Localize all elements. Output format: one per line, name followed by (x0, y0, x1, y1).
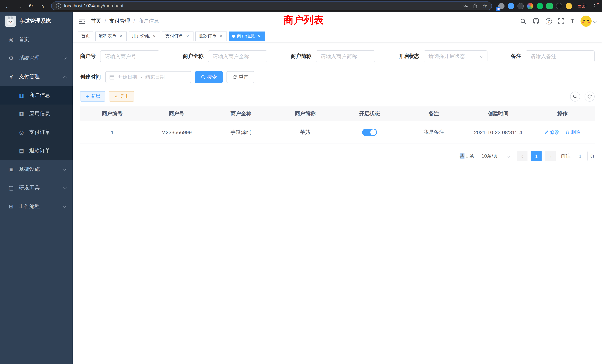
github-icon[interactable] (533, 18, 539, 24)
sidebar-toggle-icon[interactable] (79, 18, 85, 24)
edit-link-label: 修改 (550, 129, 559, 136)
browser-update-button[interactable]: 更新 (578, 3, 587, 9)
breadcrumb-home[interactable]: 首页 (91, 18, 101, 24)
close-icon[interactable]: × (152, 33, 157, 39)
site-info-icon[interactable]: i (56, 3, 61, 9)
toggle-search-button[interactable] (570, 91, 580, 101)
sidebar-item-system[interactable]: ⚙ 系统管理 (0, 49, 73, 67)
tab-home[interactable]: 首页 (78, 31, 93, 41)
browser-toolbar: ← → ↻ ⌂ i localhost:1024/pay/merchant ☆ … (0, 0, 602, 12)
user-avatar[interactable] (580, 16, 596, 27)
search-button[interactable]: 搜索 (195, 71, 223, 83)
tab-label: 商户信息 (237, 33, 255, 39)
tab-refund-order[interactable]: 退款订单× (195, 31, 227, 41)
edit-link[interactable]: 修改 (544, 129, 559, 136)
extension-colorful-icon[interactable] (527, 3, 533, 9)
extension-drop-icon[interactable] (508, 3, 514, 9)
refresh-table-button[interactable] (585, 91, 595, 101)
remark-label: 备注 (511, 53, 521, 60)
top-navbar: 首页 / 支付管理 / 商户信息 ? T (73, 12, 602, 30)
tab-process-form[interactable]: 流程表单× (95, 31, 127, 41)
delete-link[interactable]: 删除 (565, 129, 580, 136)
bookmark-star-icon[interactable]: ☆ (483, 3, 487, 9)
search-icon[interactable] (520, 18, 526, 24)
sidebar-item-label: 支付管理 (19, 73, 40, 80)
extension-green-sheet-icon[interactable] (546, 3, 553, 9)
sidebar-item-label: 应用信息 (29, 110, 50, 117)
sidebar-item-refund[interactable]: ▤ 退款订单 (0, 142, 73, 160)
fullscreen-icon[interactable] (558, 18, 564, 24)
tags-view: 首页 流程表单× 用户分组× 支付订单× 退款订单× 商户信息× (73, 30, 602, 42)
sidebar-item-label: 退款订单 (29, 148, 50, 154)
table-row: 1 M233666999 芋道源码 芋艿 我是备注 2021-10-23 08:… (80, 121, 595, 143)
breadcrumb-pay[interactable]: 支付管理 (109, 18, 130, 24)
help-icon[interactable]: ? (546, 18, 552, 24)
navbar-actions: ? T (520, 16, 596, 27)
sidebar-item-tool[interactable]: ▢ 研发工具 (0, 179, 73, 197)
reset-button[interactable]: 重置 (226, 71, 254, 83)
font-size-icon[interactable]: T (570, 18, 574, 24)
home-icon[interactable]: ⌂ (38, 2, 46, 10)
browser-menu-icon[interactable]: ⋮ (591, 3, 598, 9)
sidebar-item-workflow[interactable]: ⊞ 工作流程 (0, 197, 73, 216)
dashboard-icon: ◉ (7, 36, 15, 43)
forward-icon[interactable]: → (15, 2, 23, 10)
tab-label: 用户分组 (132, 33, 150, 39)
breadcrumb: 首页 / 支付管理 / 商户信息 (91, 18, 159, 24)
status-toggle[interactable] (362, 128, 377, 136)
close-icon[interactable]: × (118, 33, 123, 39)
close-icon[interactable]: × (185, 33, 190, 39)
close-icon[interactable]: × (257, 33, 262, 39)
page-1-button[interactable]: 1 (531, 151, 542, 161)
tab-label: 退款订单 (199, 33, 216, 39)
date-end-placeholder: 结束日期 (146, 74, 165, 80)
date-range-picker[interactable]: 开始日期 - 结束日期 (105, 71, 191, 83)
sidebar-item-order[interactable]: ◎ 支付订单 (0, 123, 73, 142)
sidebar-item-infra[interactable]: ▣ 基础设施 (0, 160, 73, 179)
sidebar-item-home[interactable]: ◉ 首页 (0, 30, 73, 49)
password-key-icon[interactable] (463, 3, 468, 9)
sidebar-item-merchant[interactable]: ▥ 商户信息 (0, 86, 73, 105)
sidebar-item-label: 系统管理 (19, 55, 40, 62)
short-name-input[interactable] (316, 50, 375, 62)
add-button[interactable]: 新增 (80, 91, 105, 102)
prev-page-button[interactable]: ‹ (517, 151, 527, 161)
app-logo[interactable]: 芋道管理系统 (0, 12, 73, 30)
col-created-at: 创建时间 (466, 106, 530, 121)
extension-gray-icon[interactable]: 10 (498, 3, 505, 9)
extension-badge: 10 (496, 7, 500, 11)
tab-merchant-info[interactable]: 商户信息× (229, 31, 265, 41)
goto-page-input[interactable] (573, 151, 588, 161)
tab-pay-order[interactable]: 支付订单× (162, 31, 194, 41)
col-actions: 操作 (530, 106, 595, 121)
tab-user-group[interactable]: 用户分组× (129, 31, 160, 41)
sidebar-item-app[interactable]: ▦ 应用信息 (0, 105, 73, 123)
export-button[interactable]: 导出 (109, 91, 134, 102)
extension-wechat-icon[interactable] (537, 3, 543, 9)
sidebar-item-pay[interactable]: ¥ 支付管理 (0, 67, 73, 86)
extension-knot-icon[interactable] (556, 3, 562, 9)
cell-merchant-id: 1 (80, 121, 144, 143)
page-size-select[interactable]: 10条/页 (478, 151, 513, 161)
reload-icon[interactable]: ↻ (27, 2, 35, 10)
address-bar[interactable]: i localhost:1024/pay/merchant ☆ (51, 1, 492, 10)
remark-input[interactable] (526, 50, 595, 62)
extension-dark-icon[interactable] (517, 3, 524, 9)
main-panel: 商户列表 首页 / 支付管理 / 商户信息 ? T (73, 12, 602, 364)
extension-emoji-icon[interactable] (566, 3, 572, 9)
back-icon[interactable]: ← (4, 2, 12, 10)
chevron-up-icon (63, 76, 66, 79)
close-icon[interactable]: × (218, 33, 224, 39)
chevron-down-icon (63, 185, 66, 189)
toolbox-icon: ▢ (7, 185, 15, 191)
share-icon[interactable] (473, 3, 478, 9)
merchant-table: 商户编号 商户号 商户全称 商户简称 开启状态 备注 创建时间 操作 1 (80, 106, 595, 143)
tab-label: 流程表单 (99, 33, 116, 39)
merchant-no-input[interactable] (100, 50, 159, 62)
col-status: 开启状态 (337, 106, 402, 121)
sidebar-item-label: 工作流程 (19, 203, 40, 210)
full-name-input[interactable] (208, 50, 267, 62)
status-select[interactable]: 请选择开启状态 (424, 50, 487, 62)
table-toolbar: 新增 导出 (80, 91, 595, 102)
next-page-button[interactable]: › (545, 151, 556, 161)
